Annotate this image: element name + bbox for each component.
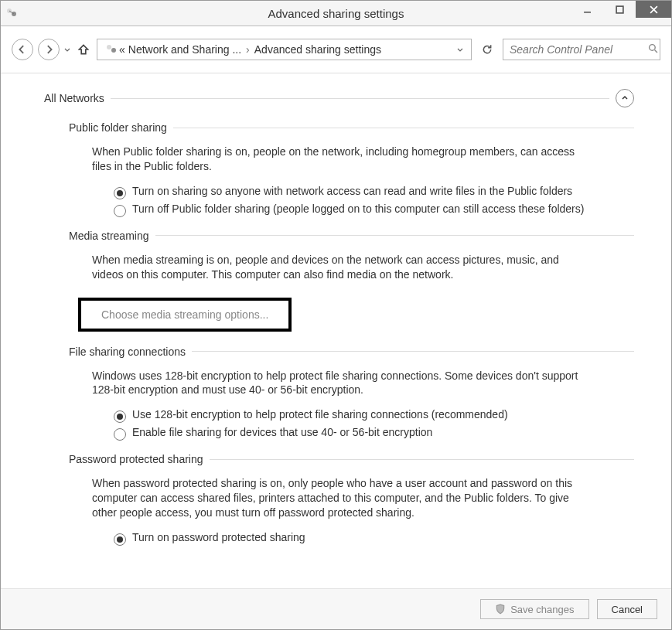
divider [192,351,634,352]
svg-rect-2 [616,6,623,13]
radio-option[interactable]: Enable file sharing for devices that use… [114,426,609,441]
forward-button[interactable] [38,39,60,60]
option-label: Enable file sharing for devices that use… [132,426,432,438]
refresh-button[interactable] [476,39,498,60]
radio-option[interactable]: Use 128-bit encryption to help protect f… [114,408,609,423]
save-changes-button[interactable]: Save changes [480,599,588,619]
window-frame: Advanced sharing settings « Network and … [0,0,672,630]
breadcrumb-prefix: « [118,43,127,56]
scroll-area[interactable]: All Networks Public folder sharing When … [1,73,671,629]
minimize-button[interactable] [571,1,603,18]
description-text: When Public folder sharing is on, people… [92,145,587,174]
radio-icon [114,533,126,546]
subsection-password-sharing: Password protected sharing When password… [69,453,634,546]
radio-icon [114,187,126,199]
subsection-title: File sharing connections [69,346,186,358]
radio-option[interactable]: Turn on password protected sharing [114,531,609,546]
description-text: Windows uses 128-bit encryption to help … [92,369,587,398]
option-label: Turn on password protected sharing [132,531,305,543]
divider [155,235,635,236]
cancel-button[interactable]: Cancel [597,599,657,619]
radio-option[interactable]: Turn off Public folder sharing (people l… [114,203,609,217]
maximize-button[interactable] [603,1,636,18]
subsection-title: Media streaming [69,230,149,242]
svg-point-5 [650,45,656,51]
subsection-title: Public folder sharing [69,121,167,134]
subsection-media-streaming: Media streaming When media streaming is … [69,230,634,333]
address-bar[interactable]: « Network and Sharing ... › Advanced sha… [97,39,472,60]
address-dropdown-icon[interactable] [452,43,468,56]
section-title: All Networks [44,92,104,104]
chevron-right-icon[interactable]: › [243,43,253,56]
svg-point-4 [111,48,116,53]
search-input[interactable] [508,43,648,56]
media-options-link[interactable]: Choose media streaming options... [101,308,268,321]
svg-point-3 [107,45,111,49]
button-label: Cancel [612,604,643,615]
radio-option[interactable]: Turn on sharing so anyone with network a… [114,185,609,199]
app-icon [5,7,18,19]
radio-icon [114,410,126,423]
subsection-title: Password protected sharing [69,453,203,465]
title-bar: Advanced sharing settings [1,1,671,26]
footer-bar: Save changes Cancel [1,588,671,629]
description-text: When password protected sharing is on, o… [92,476,587,520]
collapse-button[interactable] [616,89,634,107]
option-label: Use 128-bit encryption to help protect f… [132,408,508,421]
shield-icon [495,604,506,615]
option-label: Turn off Public folder sharing (people l… [132,203,584,215]
description-text: When media streaming is on, people and d… [92,253,587,282]
subsection-public-folder: Public folder sharing When Public folder… [69,121,634,217]
subsection-file-sharing: File sharing connections Windows uses 12… [69,346,634,441]
radio-icon [114,428,126,441]
back-button[interactable] [12,39,33,60]
breadcrumb-item[interactable]: Advanced sharing settings [253,43,383,56]
section-header-all-networks[interactable]: All Networks [44,89,634,107]
content-area: All Networks Public folder sharing When … [1,73,671,629]
history-dropdown-icon[interactable] [64,43,70,56]
up-button[interactable] [75,39,92,60]
search-icon[interactable] [648,43,658,56]
radio-icon [114,205,126,217]
option-label: Turn on sharing so anyone with network a… [132,185,572,197]
location-icon [105,43,118,56]
window-controls [571,1,671,18]
close-button[interactable] [636,1,671,18]
divider [111,98,609,99]
search-box[interactable] [503,39,660,60]
breadcrumb-item[interactable]: Network and Sharing ... [127,43,243,56]
divider [173,128,634,128]
nav-bar: « Network and Sharing ... › Advanced sha… [5,31,667,68]
highlighted-link-box: Choose media streaming options... [78,298,292,332]
button-label: Save changes [510,604,574,615]
divider [210,459,634,460]
